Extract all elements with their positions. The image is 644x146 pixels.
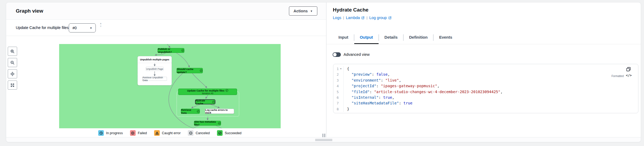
tab-input[interactable]: Input: [333, 31, 354, 44]
tab-details[interactable]: Details: [379, 31, 403, 44]
map-iteration-label: Iteration #0: [202, 92, 214, 95]
map-state-label: Update Cache for multiple files: [16, 20, 68, 36]
main-card: Graph view Actions ▼ Update Cache for mu…: [6, 2, 641, 142]
detail-title: Hydrate Cache: [333, 7, 368, 13]
graph-node-hydrate-cache-selected[interactable]: Hydrate Cache ✓: [195, 99, 215, 104]
graph-node-log-cache-errors[interactable]: Log cache errors to slack: [205, 109, 234, 114]
link-separator: |: [343, 16, 344, 20]
code-text: "environment": "live",: [344, 78, 401, 83]
fold-caret-icon[interactable]: ▾: [339, 66, 343, 72]
legend-label: In progress: [106, 131, 123, 135]
tab-output[interactable]: Output: [354, 31, 379, 44]
panel-title: Graph view: [16, 2, 43, 20]
graph-node-publish-or-unpublish[interactable]: Publish or Unpublish? ✓: [158, 48, 184, 53]
code-text: "preview": false,: [344, 72, 390, 77]
succeeded-check-icon: ✓: [181, 49, 184, 52]
fold-spacer: [339, 106, 343, 112]
link-logs[interactable]: Logs: [333, 16, 341, 20]
succeeded-check-icon: ✓: [226, 89, 228, 92]
line-number: 8: [333, 106, 339, 112]
graph-node-retrieve-unpublish-data[interactable]: Retrieve Unpublish Data: [142, 77, 167, 81]
line-number: 4: [333, 83, 339, 89]
succeeded-check-icon: ✓: [212, 101, 215, 103]
center-graph-button[interactable]: [8, 69, 17, 78]
code-line: 3 "environment": "live",: [333, 78, 638, 83]
x-circle-icon: [130, 130, 136, 136]
legend-item-caught-error: Caught error: [154, 130, 181, 136]
succeeded-check-icon: ✓: [218, 122, 221, 125]
warning-triangle-icon: [154, 130, 160, 136]
graph-view-panel: Graph view Actions ▼ Update Cache for mu…: [6, 2, 326, 137]
iteration-down-button[interactable]: ▼: [100, 25, 102, 28]
chevron-down-icon: ▼: [90, 27, 96, 30]
output-code-editor: 1▾{2 "preview": false,3 "environment": "…: [333, 64, 638, 113]
iteration-select[interactable]: #0 ▼: [69, 23, 96, 32]
external-link-icon: [361, 16, 365, 20]
iteration-control-row: Update Cache for multiple files #0 ▼ ▲ ▼: [6, 20, 326, 36]
actions-button-label: Actions: [294, 9, 308, 13]
code-gutter: 5: [333, 89, 344, 95]
fold-spacer: [339, 72, 343, 77]
zoom-out-button[interactable]: [8, 58, 17, 67]
graph-node-retrieve-data[interactable]: Retrieve Data ✓: [181, 109, 200, 114]
split-panel-resize-handle[interactable]: [6, 137, 641, 142]
iteration-up-button[interactable]: ▲: [100, 22, 102, 25]
code-line: 5 "fileId": "article-studio-changes-wc-4…: [333, 89, 638, 95]
fold-spacer: [339, 83, 343, 89]
panel-divider-grip-icon[interactable]: [323, 134, 326, 137]
line-number: 2: [333, 72, 339, 77]
code-gutter: 1▾: [333, 66, 344, 72]
legend-item-canceled: Canceled: [188, 130, 210, 136]
graph-node-update-cache-map[interactable]: Update Cache for multiple files ✓ Iterat…: [178, 89, 237, 95]
fullscreen-button[interactable]: [8, 81, 17, 90]
legend-item-succeeded: Succeeded: [217, 130, 242, 136]
fold-spacer: [339, 95, 343, 100]
copy-button[interactable]: [626, 67, 632, 72]
code-line: 8}: [333, 106, 638, 112]
advanced-view-toggle[interactable]: [333, 52, 341, 57]
link-lambda[interactable]: Lambda: [346, 16, 365, 20]
code-line: 2 "preview": false,: [333, 72, 638, 77]
code-gutter: 3: [333, 78, 344, 83]
iteration-steppers: ▲ ▼: [100, 22, 102, 28]
target-icon: [10, 72, 15, 76]
succeeded-check-icon: ✓: [197, 110, 200, 113]
legend-item-in-progress: In progress: [98, 130, 123, 136]
code-line: 6 "isInternal": true,: [333, 95, 638, 100]
zoom-in-button[interactable]: [8, 47, 17, 56]
legend-label: Failed: [138, 131, 147, 135]
iteration-select-value: #0: [69, 26, 90, 30]
tab-definition[interactable]: Definition: [403, 31, 433, 44]
code-gutter: 2: [333, 72, 344, 77]
graph-canvas[interactable]: Publish or Unpublish? ✓ Unpublish multip…: [59, 44, 281, 128]
advanced-view-label: Advanced view: [344, 52, 370, 57]
code-text: "isInternal": true,: [344, 95, 394, 100]
code-line: 4 "projectId": "ipages-gateway-popmusic"…: [333, 83, 638, 89]
legend-item-failed: Failed: [130, 130, 147, 136]
code-text: "fileId": "article-studio-changes-wc-4-d…: [344, 89, 503, 95]
code-gutter: 8: [333, 106, 344, 112]
tab-events[interactable]: Events: [433, 31, 458, 44]
link-separator: |: [367, 16, 367, 20]
formatted-label: Formatted: [611, 75, 624, 78]
line-number: 1: [333, 66, 339, 72]
code-format-icon[interactable]: </>: [626, 74, 632, 77]
line-number: 6: [333, 95, 339, 100]
graph-node-should-cache-update[interactable]: Should cache update? ✓: [177, 68, 203, 73]
graph-node-unpublish-page[interactable]: Unpublish Page: [146, 67, 163, 71]
copy-icon: [626, 67, 631, 72]
line-number: 7: [333, 100, 339, 106]
actions-button[interactable]: Actions ▼: [289, 6, 317, 16]
code-gutter: 4: [333, 83, 344, 89]
line-number: 5: [333, 89, 339, 95]
link-log-group[interactable]: Log group: [369, 16, 391, 20]
expand-icon: [10, 83, 15, 87]
code-gutter: 7: [333, 100, 344, 106]
graph-node-site-has-metadata-file[interactable]: Site has metadata file? ✓: [194, 121, 221, 126]
toggle-knob-icon: [333, 53, 337, 56]
code-text: }: [344, 106, 349, 112]
code-editor-lines: 1▾{2 "preview": false,3 "environment": "…: [333, 66, 638, 112]
zoom-in-icon: [10, 49, 15, 54]
resource-links: Logs|Lambda|Log group: [333, 16, 392, 20]
external-link-icon: [388, 16, 392, 20]
